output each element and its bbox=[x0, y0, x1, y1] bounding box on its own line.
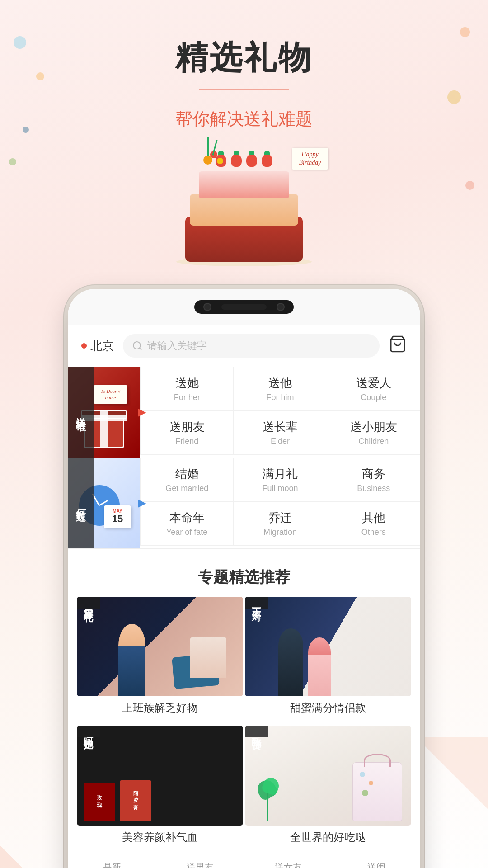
beauty-image: 玫瑰 阿胶膏 bbox=[77, 726, 243, 826]
cat-item-business[interactable]: 商务 Business bbox=[327, 458, 420, 502]
beauty-jar1: 玫瑰 bbox=[84, 783, 115, 821]
cart-button[interactable] bbox=[389, 335, 407, 357]
strawberries-decoration bbox=[216, 154, 272, 167]
cat-migration-sub: Migration bbox=[238, 528, 322, 537]
product-item-food[interactable]: 致吃货 全世界的好吃哒 bbox=[245, 726, 411, 846]
cat-yearoffate-sub: Year of fate bbox=[145, 528, 229, 537]
product-badge-food: 致吃货 bbox=[245, 726, 268, 737]
cat-friend-main: 送朋友 bbox=[145, 419, 229, 435]
cat-business-main: 商务 bbox=[332, 466, 416, 482]
who-label-overlay: 送给谁 bbox=[68, 367, 94, 458]
gift-card-text: To Dear #name bbox=[94, 385, 127, 404]
cat-fullmoon-main: 满月礼 bbox=[238, 466, 322, 482]
beauty-jar2: 阿胶膏 bbox=[120, 780, 151, 821]
search-icon bbox=[132, 340, 143, 351]
tab-bestie[interactable]: 送闺 bbox=[332, 861, 420, 868]
featured-section-title: 专题精选推荐 bbox=[198, 568, 290, 585]
product-label-beauty: 美容养颜补气血 bbox=[77, 826, 243, 846]
cat-item-couple[interactable]: 送爱人 Couple bbox=[327, 367, 420, 411]
cat-others-main: 其他 bbox=[332, 510, 416, 526]
office-image bbox=[77, 597, 243, 696]
cart-icon bbox=[389, 335, 407, 353]
phone-frame: 北京 请输入关键字 bbox=[68, 289, 420, 868]
location-icon bbox=[81, 343, 87, 349]
phone-screen: 北京 请输入关键字 bbox=[68, 325, 420, 868]
category-who-left: To Dear #name ▶ 送给谁 bbox=[68, 367, 140, 458]
category-when-left: MAY 15 ▶ 何时送 bbox=[68, 458, 140, 548]
calendar-widget: MAY 15 bbox=[104, 505, 131, 528]
tab-new[interactable]: 是新 bbox=[68, 861, 156, 868]
who-grid: 送她 For her 送他 For him 送爱人 Couple 送朋友 bbox=[140, 367, 420, 455]
product-item-office[interactable]: 实用好礼 上班族解乏好物 bbox=[77, 597, 243, 717]
product-label-food: 全世界的好吃哒 bbox=[245, 826, 411, 846]
cat-children-sub: Children bbox=[332, 437, 416, 446]
food-image bbox=[245, 726, 411, 826]
search-placeholder-text: 请输入关键字 bbox=[147, 339, 207, 353]
phone-wrapper: 北京 请输入关键字 bbox=[0, 289, 488, 868]
cat-yearoffate-main: 本命年 bbox=[145, 510, 229, 526]
product-grid: 实用好礼 上班族解乏好物 天生一对 bbox=[68, 597, 420, 854]
when-label-overlay: 何时送 bbox=[68, 458, 94, 548]
cake-middle-layer bbox=[190, 194, 298, 226]
hero-subtitle: 帮你解决送礼难题 bbox=[0, 108, 488, 131]
cat-couple-main: 送爱人 bbox=[332, 375, 416, 391]
cat-item-married[interactable]: 结婚 Get married bbox=[141, 458, 234, 502]
cat-children-main: 送小朋友 bbox=[332, 419, 416, 435]
who-section-arrow: ▶ bbox=[138, 406, 145, 418]
cat-item-yearoffate[interactable]: 本命年 Year of fate bbox=[141, 502, 234, 546]
cat-for-her-sub: For her bbox=[145, 393, 229, 402]
tab-boyfriend[interactable]: 送男友 bbox=[156, 861, 244, 868]
featured-section-header: 专题精选推荐 bbox=[68, 549, 420, 597]
cat-item-elder[interactable]: 送长辈 Elder bbox=[234, 411, 327, 455]
cat-migration-main: 乔迁 bbox=[238, 510, 322, 526]
category-who-right: 送她 For her 送他 For him 送爱人 Couple 送朋友 bbox=[140, 367, 420, 458]
when-label-text: 何时送 bbox=[74, 500, 88, 506]
cat-item-for-him[interactable]: 送他 For him bbox=[234, 367, 327, 411]
svg-point-0 bbox=[133, 342, 141, 349]
product-label-office: 上班族解乏好物 bbox=[77, 696, 243, 717]
product-item-couple[interactable]: 天生一对 甜蜜满分情侣款 bbox=[245, 597, 411, 717]
cat-item-migration[interactable]: 乔迁 Migration bbox=[234, 502, 327, 546]
cat-item-others[interactable]: 其他 Others bbox=[327, 502, 420, 546]
location-selector[interactable]: 北京 bbox=[81, 338, 114, 354]
couple-image bbox=[245, 597, 411, 696]
product-item-beauty[interactable]: 玫瑰 阿胶膏 呵护她 美容养颜补气血 bbox=[77, 726, 243, 846]
category-when-right: 结婚 Get married 满月礼 Full moon 商务 Business bbox=[140, 458, 420, 548]
location-text: 北京 bbox=[90, 338, 114, 354]
search-bar[interactable]: 请输入关键字 bbox=[123, 334, 380, 358]
hero-divider bbox=[199, 89, 289, 90]
phone-speaker bbox=[221, 304, 267, 310]
hero-cake-illustration: Happy Birthday bbox=[158, 144, 330, 271]
when-section-arrow: ▶ bbox=[138, 497, 145, 509]
who-label-text: 送给谁 bbox=[74, 410, 88, 415]
hero-section: 精选礼物 帮你解决送礼难题 Happy Birthday bbox=[0, 0, 488, 280]
cat-item-for-her[interactable]: 送她 For her bbox=[141, 367, 234, 411]
cat-for-him-sub: For him bbox=[238, 393, 322, 402]
product-badge-office: 实用好礼 bbox=[77, 597, 100, 609]
product-badge-beauty: 呵护她 bbox=[77, 726, 100, 737]
front-camera bbox=[203, 303, 211, 311]
cat-elder-main: 送长辈 bbox=[238, 419, 322, 435]
cat-friend-sub: Friend bbox=[145, 437, 229, 446]
cat-for-her-main: 送她 bbox=[145, 375, 229, 391]
app-header: 北京 请输入关键字 bbox=[68, 325, 420, 367]
phone-notch bbox=[194, 300, 294, 314]
cat-others-sub: Others bbox=[332, 528, 416, 537]
cat-item-children[interactable]: 送小朋友 Children bbox=[327, 411, 420, 455]
food-gift-bag bbox=[352, 762, 402, 821]
when-grid: 结婚 Get married 满月礼 Full moon 商务 Business bbox=[140, 458, 420, 546]
front-sensor bbox=[277, 303, 285, 311]
cat-fullmoon-sub: Full moon bbox=[238, 484, 322, 493]
hero-title: 精选礼物 bbox=[0, 36, 488, 80]
cat-married-sub: Get married bbox=[145, 484, 229, 493]
cat-item-fullmoon[interactable]: 满月礼 Full moon bbox=[234, 458, 327, 502]
tab-girlfriend[interactable]: 送女友 bbox=[244, 861, 332, 868]
cat-for-him-main: 送他 bbox=[238, 375, 322, 391]
cat-married-main: 结婚 bbox=[145, 466, 229, 482]
category-who-section: To Dear #name ▶ 送给谁 送她 bbox=[68, 367, 420, 458]
food-plant bbox=[254, 776, 281, 821]
cat-couple-sub: Couple bbox=[332, 393, 416, 402]
phone-notch-area bbox=[68, 289, 420, 325]
cat-item-friend[interactable]: 送朋友 Friend bbox=[141, 411, 234, 455]
birthday-card: Happy Birthday bbox=[292, 148, 328, 170]
